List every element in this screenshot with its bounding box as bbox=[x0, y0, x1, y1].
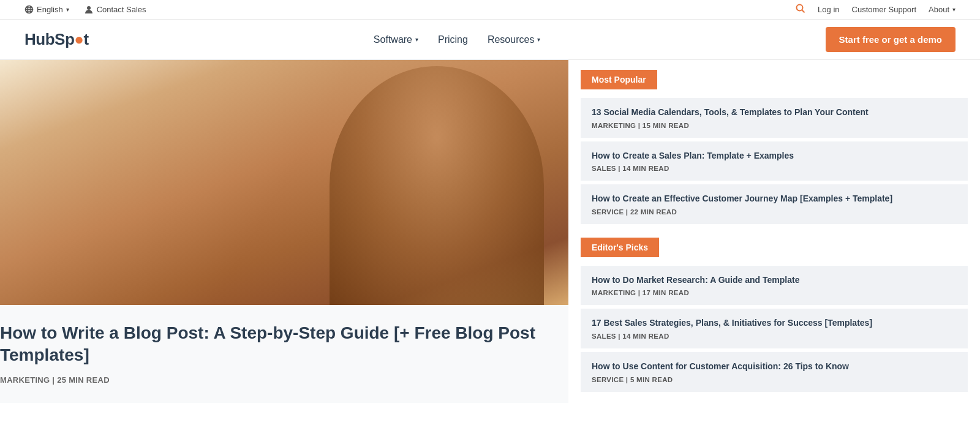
about-label: About bbox=[929, 5, 949, 14]
globe-icon bbox=[24, 5, 34, 14]
resources-menu[interactable]: Resources ▾ bbox=[488, 34, 540, 45]
svg-point-6 bbox=[797, 5, 803, 11]
most-popular-item-2-title: How to Create a Sales Plan: Template + E… bbox=[592, 150, 957, 162]
logo-dot: ● bbox=[74, 30, 83, 48]
software-chevron-icon: ▾ bbox=[415, 36, 418, 43]
person-icon bbox=[84, 5, 94, 15]
most-popular-label: Most Popular bbox=[581, 70, 657, 89]
svg-point-5 bbox=[87, 6, 91, 10]
sidebar: Most Popular 13 Social Media Calendars, … bbox=[568, 60, 980, 403]
main-content: How to Write a Blog Post: A Step-by-Step… bbox=[0, 60, 980, 403]
most-popular-item-1-meta: MARKETING | 15 MIN READ bbox=[592, 122, 957, 129]
editors-pick-item-2[interactable]: 17 Best Sales Strategies, Plans, & Initi… bbox=[581, 309, 968, 348]
hubspot-logo[interactable]: HubSp●t bbox=[24, 30, 89, 49]
editors-pick-item-3[interactable]: How to Use Content for Customer Acquisit… bbox=[581, 352, 968, 392]
contact-sales-link[interactable]: Contact Sales bbox=[84, 5, 146, 15]
resources-label: Resources bbox=[488, 34, 534, 45]
search-icon bbox=[796, 4, 805, 13]
editors-pick-item-1-title: How to Do Market Research: A Guide and T… bbox=[592, 274, 957, 287]
language-chevron-icon: ▾ bbox=[66, 6, 69, 13]
most-popular-item-3-meta: SERVICE | 22 MIN READ bbox=[592, 208, 957, 216]
editors-picks-label: Editor's Picks bbox=[581, 238, 659, 257]
hero-text: How to Write a Blog Post: A Step-by-Step… bbox=[0, 305, 568, 403]
software-label: Software bbox=[374, 34, 412, 45]
hero-image bbox=[0, 60, 568, 305]
cta-button[interactable]: Start free or get a demo bbox=[826, 27, 956, 52]
hero-title[interactable]: How to Write a Blog Post: A Step-by-Step… bbox=[0, 322, 549, 367]
svg-line-7 bbox=[802, 10, 805, 13]
software-menu[interactable]: Software ▾ bbox=[374, 34, 418, 45]
most-popular-item-2-meta: SALES | 14 MIN READ bbox=[592, 165, 957, 172]
most-popular-item-3-title: How to Create an Effective Customer Jour… bbox=[592, 193, 957, 205]
resources-chevron-icon: ▾ bbox=[537, 36, 540, 43]
language-label: English bbox=[37, 5, 63, 14]
top-bar: English ▾ Contact Sales Log in Customer … bbox=[0, 0, 980, 20]
about-chevron-icon: ▾ bbox=[952, 6, 956, 13]
hero-section: How to Write a Blog Post: A Step-by-Step… bbox=[0, 60, 568, 403]
editors-pick-item-1-meta: MARKETING | 17 MIN READ bbox=[592, 289, 957, 296]
nav-links: Software ▾ Pricing Resources ▾ bbox=[374, 34, 541, 45]
language-selector[interactable]: English ▾ bbox=[24, 5, 69, 14]
most-popular-item-2[interactable]: How to Create a Sales Plan: Template + E… bbox=[581, 141, 968, 181]
search-icon-btn[interactable] bbox=[796, 4, 805, 15]
most-popular-item-3[interactable]: How to Create an Effective Customer Jour… bbox=[581, 184, 968, 224]
editors-pick-item-3-title: How to Use Content for Customer Acquisit… bbox=[592, 361, 957, 373]
top-bar-left: English ▾ Contact Sales bbox=[24, 5, 146, 15]
most-popular-item-1-title: 13 Social Media Calendars, Tools, & Temp… bbox=[592, 107, 957, 119]
most-popular-item-1[interactable]: 13 Social Media Calendars, Tools, & Temp… bbox=[581, 98, 968, 138]
hero-person-shape bbox=[330, 66, 544, 305]
hero-meta: MARKETING | 25 MIN READ bbox=[0, 375, 549, 385]
editors-pick-item-2-title: 17 Best Sales Strategies, Plans, & Initi… bbox=[592, 317, 957, 329]
editors-pick-item-2-meta: SALES | 14 MIN READ bbox=[592, 333, 957, 340]
top-bar-right: Log in Customer Support About ▾ bbox=[796, 4, 956, 15]
contact-sales-label: Contact Sales bbox=[97, 5, 146, 14]
editors-pick-item-3-meta: SERVICE | 5 MIN READ bbox=[592, 376, 957, 383]
logo-hub-text: HubSp●t bbox=[24, 30, 89, 48]
login-link[interactable]: Log in bbox=[818, 5, 839, 14]
about-menu[interactable]: About ▾ bbox=[929, 5, 956, 14]
pricing-label: Pricing bbox=[438, 34, 468, 45]
customer-support-link[interactable]: Customer Support bbox=[852, 5, 917, 14]
pricing-link[interactable]: Pricing bbox=[438, 34, 468, 45]
main-nav: HubSp●t Software ▾ Pricing Resources ▾ S… bbox=[0, 20, 980, 60]
editors-pick-item-1[interactable]: How to Do Market Research: A Guide and T… bbox=[581, 266, 968, 306]
sidebar-inner: Most Popular 13 Social Media Calendars, … bbox=[568, 60, 980, 392]
